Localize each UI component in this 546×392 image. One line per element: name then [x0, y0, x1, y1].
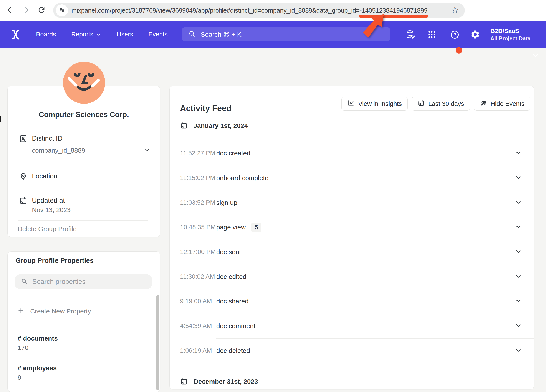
url-highlighted-id: -1405123841946871899	[360, 7, 427, 14]
distinct-id-expand-chevron[interactable]	[144, 147, 150, 154]
property-item[interactable]: # employees8	[8, 358, 160, 388]
address-bar[interactable]: mixpanel.com/project/3187769/view/369904…	[53, 3, 465, 18]
row-expand-chevron[interactable]	[515, 297, 522, 305]
project-name: B2B/SaaS	[490, 27, 531, 35]
help-icon[interactable]: ?	[450, 30, 460, 39]
feed-date-header: December 31st, 2023	[180, 376, 534, 392]
search-icon	[182, 30, 196, 39]
event-name: sign up	[216, 199, 237, 206]
nav-item-boards[interactable]: Boards	[36, 31, 56, 38]
event-time: 11:52:27 PM	[180, 149, 209, 157]
updated-at-value: Nov 13, 2023	[32, 206, 71, 214]
view-in-insights-button[interactable]: View in Insights	[341, 97, 408, 111]
project-switcher[interactable]: B2B/SaaS All Project Data	[490, 27, 531, 42]
event-time: 9:19:00 AM	[180, 298, 209, 305]
event-name: page view	[216, 224, 246, 231]
mixpanel-logo-icon[interactable]	[10, 28, 22, 41]
search-icon	[14, 278, 28, 286]
forward-arrow-icon	[21, 6, 30, 15]
settings-gear-icon[interactable]	[470, 30, 480, 39]
activity-row[interactable]: 11:30:02 AMdoc edited	[180, 264, 534, 289]
property-name: # employees	[18, 364, 160, 373]
hide-events-label: Hide Events	[491, 100, 525, 107]
site-settings-button[interactable]	[56, 4, 68, 17]
company-avatar	[63, 62, 105, 104]
event-name: doc created	[216, 149, 250, 157]
row-expand-chevron[interactable]	[515, 273, 522, 281]
event-body: doc deleted	[216, 338, 534, 363]
svg-text:?: ?	[454, 32, 456, 37]
primary-nav: BoardsReportsUsersEvents	[36, 21, 168, 48]
properties-title: Group Profile Properties	[15, 251, 94, 270]
delete-group-profile-button[interactable]: Delete Group Profile	[18, 220, 148, 238]
date-range-button[interactable]: Last 30 days	[412, 97, 470, 111]
event-name: doc edited	[216, 273, 246, 280]
chevron-down-icon[interactable]	[532, 52, 539, 59]
activity-row[interactable]: 11:03:52 PMsign up	[180, 190, 534, 215]
back-arrow-icon	[6, 6, 15, 15]
event-count-badge: 5	[251, 223, 261, 232]
row-expand-chevron[interactable]	[515, 149, 522, 157]
top-navbar: BoardsReportsUsersEvents Search ⌘ + K ?	[0, 21, 546, 48]
feed-date-header: January 1st, 2024	[180, 120, 534, 141]
nav-item-label: Boards	[36, 31, 56, 38]
event-time: 11:03:52 PM	[180, 199, 209, 206]
screen-edge-artifact	[0, 116, 1, 122]
location-pin-icon	[19, 172, 28, 180]
plus-icon	[17, 307, 25, 316]
nav-item-label: Users	[117, 31, 133, 38]
create-new-property-button[interactable]: Create New Property	[8, 294, 160, 329]
url-text[interactable]: mixpanel.com/project/3187769/view/369904…	[72, 7, 427, 14]
hide-events-button[interactable]: Hide Events	[474, 97, 530, 111]
event-name: doc comment	[216, 322, 255, 330]
view-in-insights-label: View in Insights	[358, 100, 402, 107]
row-expand-chevron[interactable]	[515, 199, 522, 207]
activity-row[interactable]: 4:54:39 AMdoc comment	[180, 314, 534, 338]
activity-row[interactable]: 1:06:19 AMdoc deleted	[180, 338, 534, 363]
location-row: Location	[8, 163, 160, 189]
nav-item-users[interactable]: Users	[117, 31, 133, 38]
distinct-id-value: company_id_8889	[32, 147, 85, 154]
line-chart-icon	[347, 99, 355, 108]
row-expand-chevron[interactable]	[515, 248, 522, 256]
divider	[8, 270, 160, 270]
site-settings-icon	[58, 6, 65, 14]
activity-row[interactable]: 11:52:27 PMdoc created	[180, 141, 534, 166]
event-name: doc sent	[216, 248, 241, 256]
notification-dot	[456, 47, 462, 54]
browser-chrome: mixpanel.com/project/3187769/view/369904…	[0, 0, 546, 21]
feed-date-label: January 1st, 2024	[194, 122, 248, 129]
activity-row[interactable]: 10:48:35 PMpage view5	[180, 215, 534, 240]
data-management-icon[interactable]	[405, 30, 416, 39]
row-expand-chevron[interactable]	[515, 347, 522, 355]
browser-reload-button[interactable]	[37, 6, 46, 15]
event-body: doc edited	[216, 264, 534, 289]
nav-item-events[interactable]: Events	[148, 31, 168, 38]
divider	[216, 363, 534, 363]
properties-search[interactable]	[14, 274, 152, 289]
nav-item-reports[interactable]: Reports	[71, 31, 102, 38]
property-item[interactable]: # documents170	[8, 329, 160, 358]
row-expand-chevron[interactable]	[515, 223, 522, 231]
event-body: doc comment	[216, 314, 534, 338]
activity-row[interactable]: 9:19:00 AMdoc shared	[180, 289, 534, 314]
event-time: 10:48:35 PM	[180, 224, 209, 231]
event-name: onboard complete	[216, 174, 268, 182]
apps-grid-icon[interactable]	[427, 30, 437, 39]
properties-search-input[interactable]	[32, 278, 146, 286]
event-name: doc deleted	[216, 347, 250, 354]
browser-forward-button[interactable]	[21, 6, 30, 15]
eye-off-icon	[480, 99, 487, 108]
row-expand-chevron[interactable]	[515, 174, 522, 182]
row-expand-chevron[interactable]	[515, 322, 522, 330]
scrollbar-thumb[interactable]	[156, 295, 159, 391]
event-time: 4:54:39 AM	[180, 322, 209, 329]
global-search-button[interactable]: Search ⌘ + K	[182, 27, 390, 41]
bookmark-star-icon[interactable]: ☆	[451, 5, 459, 15]
activity-row[interactable]: 12:17:00 PMdoc sent	[180, 240, 534, 264]
activity-row[interactable]: 11:15:02 PMonboard complete	[180, 166, 534, 190]
project-scope: All Project Data	[490, 35, 531, 42]
calendar-icon	[180, 122, 188, 129]
browser-back-button[interactable]	[6, 6, 15, 15]
property-value: 8	[18, 373, 160, 382]
